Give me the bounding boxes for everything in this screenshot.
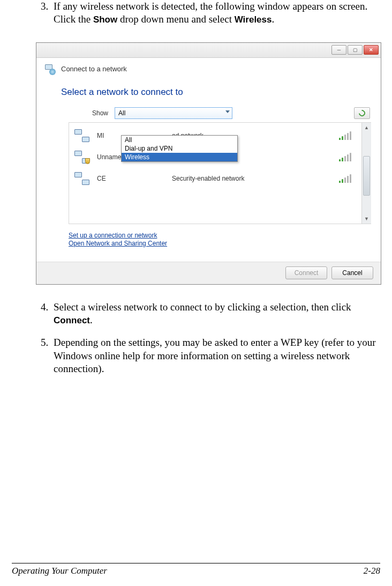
step-4: 4.Select a wireless network to connect t… bbox=[12, 301, 380, 327]
signal-icon bbox=[339, 153, 354, 161]
show-dropdown[interactable]: All bbox=[115, 107, 232, 119]
dialog-links: Set up a connection or network Open Netw… bbox=[36, 228, 381, 247]
link-network-sharing-center[interactable]: Open Network and Sharing Center bbox=[69, 240, 381, 247]
signal-icon bbox=[339, 174, 354, 183]
dialog-title: Connect to a network bbox=[61, 65, 127, 73]
maximize-icon: ▢ bbox=[353, 47, 358, 53]
show-bold: Show bbox=[93, 14, 117, 25]
show-label: Show bbox=[36, 109, 115, 117]
minimize-icon: ─ bbox=[337, 47, 341, 53]
cancel-button[interactable]: Cancel bbox=[331, 266, 373, 279]
dropdown-option-all[interactable]: All bbox=[122, 136, 237, 144]
maximize-button[interactable]: ▢ bbox=[348, 45, 363, 55]
scroll-up-icon[interactable]: ▲ bbox=[362, 123, 371, 132]
network-item[interactable]: CE Security-enabled network bbox=[69, 168, 361, 189]
footer-title: Operating Your Computer bbox=[12, 566, 107, 576]
network-status: Security-enabled network bbox=[172, 175, 339, 182]
dialog-instruction: Select a network to connect to bbox=[36, 77, 381, 107]
step-3: 3.If any wireless network is detected, t… bbox=[12, 0, 380, 26]
network-icon bbox=[44, 63, 56, 75]
step-3-num: 3. bbox=[41, 0, 54, 13]
step-4-num: 4. bbox=[41, 301, 54, 314]
connect-network-dialog: ─ ▢ ✕ Connect to a network Select a netw… bbox=[36, 42, 381, 285]
dropdown-option-wireless[interactable]: Wireless bbox=[122, 153, 237, 161]
page-footer: Operating Your Computer 2-28 bbox=[12, 563, 380, 576]
refresh-icon bbox=[358, 108, 367, 117]
chevron-down-icon bbox=[225, 110, 230, 113]
network-item-icon bbox=[74, 151, 89, 164]
dropdown-option-dialup-vpn[interactable]: Dial-up and VPN bbox=[122, 144, 237, 153]
minimize-button[interactable]: ─ bbox=[331, 45, 346, 55]
link-setup-connection[interactable]: Set up a connection or network bbox=[69, 232, 381, 239]
footer-page-number: 2-28 bbox=[364, 566, 380, 576]
step-5: 5.Depending on the settings, you may be … bbox=[12, 336, 380, 375]
show-dropdown-value: All bbox=[118, 109, 125, 117]
close-icon: ✕ bbox=[369, 47, 373, 53]
scrollbar[interactable]: ▲ ▼ bbox=[361, 123, 371, 224]
step-5-num: 5. bbox=[41, 336, 54, 349]
network-name: CE bbox=[97, 175, 172, 182]
scroll-thumb[interactable] bbox=[363, 156, 370, 196]
network-item-icon bbox=[74, 172, 89, 185]
show-dropdown-list: All Dial-up and VPN Wireless bbox=[121, 135, 238, 162]
dialog-header: Connect to a network bbox=[36, 58, 381, 77]
connect-button[interactable]: Connect bbox=[285, 266, 327, 279]
close-button[interactable]: ✕ bbox=[364, 45, 379, 55]
network-item-icon bbox=[74, 129, 89, 142]
dialog-button-bar: Connect Cancel bbox=[36, 262, 381, 284]
scroll-down-icon[interactable]: ▼ bbox=[362, 214, 371, 224]
titlebar: ─ ▢ ✕ bbox=[36, 43, 381, 58]
signal-icon bbox=[339, 131, 354, 140]
wireless-bold: Wireless bbox=[235, 14, 272, 25]
refresh-button[interactable] bbox=[354, 107, 370, 119]
connect-bold: Connect bbox=[54, 315, 90, 325]
